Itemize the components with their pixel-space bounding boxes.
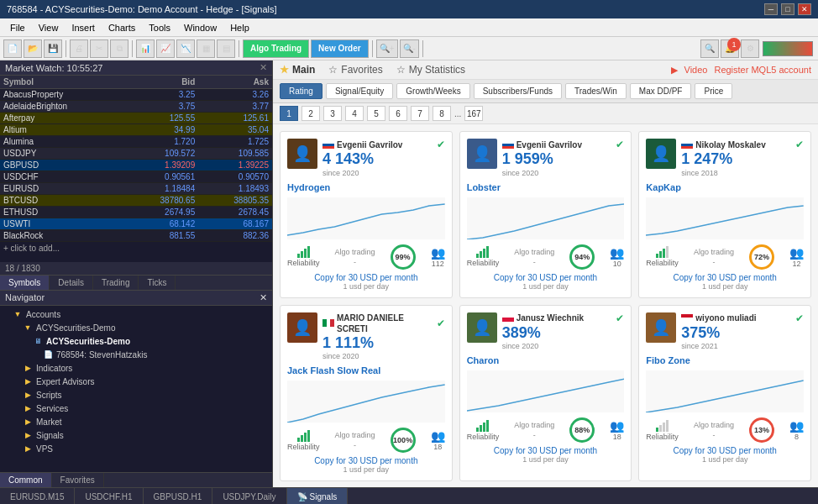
- toolbar-settings[interactable]: ⚙: [741, 39, 759, 58]
- tree-item[interactable]: ▶Signals: [2, 428, 270, 442]
- bottom-tab-eurusd[interactable]: EURUSD.M15: [0, 488, 75, 504]
- toolbar-zoom-in[interactable]: 🔍+: [376, 39, 398, 58]
- table-row[interactable]: USDCHF0.905610.90570: [0, 171, 272, 183]
- menu-file[interactable]: File: [3, 21, 32, 34]
- menu-charts[interactable]: Charts: [102, 21, 142, 34]
- navigator-close-icon[interactable]: ✕: [260, 292, 267, 303]
- table-row[interactable]: BlackRock881.55882.36: [0, 230, 272, 242]
- signals-tab-subscribers[interactable]: Subscribers/Funds: [474, 83, 562, 99]
- bottom-tab-signals[interactable]: 📡 Signals: [287, 488, 349, 504]
- toolbar-indicator[interactable]: 📊: [136, 39, 155, 58]
- bottom-tab-gbpusd[interactable]: GBPUSD.H1: [144, 488, 213, 504]
- tree-item[interactable]: ▼Accounts: [2, 307, 270, 321]
- market-watch-close-icon[interactable]: ✕: [260, 62, 267, 73]
- signals-tab-rating[interactable]: Rating: [280, 83, 322, 99]
- toolbar-search[interactable]: 🔍: [700, 39, 719, 58]
- copy-text[interactable]: Copy for 30 USD per month: [287, 273, 445, 282]
- toolbar-save[interactable]: 💾: [44, 39, 62, 58]
- table-row[interactable]: EURUSD1.184841.18493: [0, 183, 272, 195]
- page-5[interactable]: 5: [367, 106, 385, 121]
- tree-item[interactable]: ▶Services: [2, 402, 270, 415]
- table-row[interactable]: Afterpay125.55125.61: [0, 113, 272, 124]
- table-row[interactable]: USWTI68.14268.167: [0, 218, 272, 230]
- tree-item[interactable]: 📄768584: StevenHatzakis: [2, 348, 270, 361]
- menu-help[interactable]: Help: [223, 21, 256, 34]
- tab-ticks[interactable]: Ticks: [139, 276, 176, 290]
- signals-tab-price[interactable]: Price: [695, 83, 732, 99]
- nav-tab-favorites[interactable]: Favorites: [52, 473, 104, 487]
- card-title[interactable]: KapKap: [646, 182, 804, 192]
- card-title[interactable]: Charon: [467, 355, 625, 365]
- register-link[interactable]: Register MQL5 account: [714, 65, 811, 75]
- page-8[interactable]: 8: [433, 106, 451, 121]
- page-3[interactable]: 3: [323, 106, 342, 121]
- video-link[interactable]: Video: [684, 65, 708, 75]
- tree-item[interactable]: ▶Expert Advisors: [2, 375, 270, 388]
- nav-tab-common[interactable]: Common: [0, 473, 52, 487]
- card-title[interactable]: Fibo Zone: [646, 355, 804, 365]
- signals-nav-statistics[interactable]: ☆ My Statistics: [396, 64, 465, 76]
- toolbar-cut[interactable]: ✂: [90, 39, 108, 58]
- page-6[interactable]: 6: [389, 106, 407, 121]
- tree-item[interactable]: ▶Indicators: [2, 361, 270, 375]
- tree-item[interactable]: ▼ACYSecurities-Demo: [2, 321, 270, 334]
- copy-text[interactable]: Copy for 30 USD per month: [467, 446, 625, 455]
- table-row[interactable]: Alumina1.7201.725: [0, 136, 272, 148]
- menu-window[interactable]: Window: [177, 21, 223, 34]
- menu-insert[interactable]: Insert: [65, 21, 102, 34]
- algo-value: -: [354, 258, 356, 266]
- tree-item[interactable]: 🖥ACYSecurities-Demo: [2, 334, 270, 348]
- toolbar-new[interactable]: 📄: [3, 39, 22, 58]
- bottom-tab-usdchf[interactable]: USDCHF.H1: [75, 488, 143, 504]
- table-row[interactable]: USDJPY109.572109.585: [0, 148, 272, 160]
- menu-tools[interactable]: Tools: [142, 21, 177, 34]
- signals-tab-maxdd[interactable]: Max DD/PF: [630, 83, 692, 99]
- card-title[interactable]: Jack Flash Slow Real: [287, 365, 445, 375]
- table-row[interactable]: GBPUSD1.392091.39225: [0, 160, 272, 171]
- bottom-tab-usdjpy[interactable]: USDJPY.Daily: [212, 488, 286, 504]
- toolbar-chart1[interactable]: 📈: [156, 39, 175, 58]
- toolbar-zoom-out[interactable]: 🔍-: [400, 39, 419, 58]
- signals-tab-equity[interactable]: Signal/Equity: [326, 83, 393, 99]
- table-row[interactable]: AbacusProperty3.253.26: [0, 89, 272, 101]
- toolbar-print[interactable]: 🖨: [70, 39, 88, 58]
- card-title[interactable]: Lobster: [467, 182, 625, 192]
- signals-tab-growth[interactable]: Growth/Weeks: [396, 83, 469, 99]
- tab-details[interactable]: Details: [50, 276, 93, 290]
- table-row[interactable]: BTCUSD38780.6538805.35: [0, 195, 272, 207]
- tree-item[interactable]: ▶Scripts: [2, 388, 270, 402]
- maximize-button[interactable]: □: [781, 3, 794, 15]
- page-1[interactable]: 1: [280, 106, 298, 121]
- page-4[interactable]: 4: [345, 106, 364, 121]
- tab-trading[interactable]: Trading: [93, 276, 139, 290]
- signals-nav-favorites[interactable]: ☆ Favorites: [328, 64, 382, 76]
- page-2[interactable]: 2: [302, 106, 320, 121]
- table-row[interactable]: ETHUSD2674.952678.45: [0, 207, 272, 218]
- signals-tab-trades[interactable]: Trades/Win: [565, 83, 627, 99]
- signals-nav-main[interactable]: ★ Main: [280, 64, 315, 76]
- reliability-circle: 100%: [391, 428, 416, 453]
- menu-view[interactable]: View: [32, 21, 66, 34]
- page-167[interactable]: 167: [464, 106, 483, 121]
- copy-text[interactable]: Copy for 30 USD per month: [287, 456, 445, 465]
- table-row[interactable]: AdelaideBrighton3.753.77: [0, 101, 272, 113]
- minimize-button[interactable]: ─: [764, 3, 778, 15]
- close-button[interactable]: ✕: [798, 3, 811, 15]
- copy-text[interactable]: Copy for 30 USD per month: [646, 273, 804, 282]
- toolbar-copy[interactable]: ⧉: [110, 39, 128, 58]
- tab-symbols[interactable]: Symbols: [0, 276, 50, 290]
- card-title[interactable]: Hydrogen: [287, 182, 445, 192]
- page-7[interactable]: 7: [411, 106, 429, 121]
- toolbar-chart2[interactable]: 📉: [176, 39, 195, 58]
- copy-text[interactable]: Copy for 30 USD per month: [467, 273, 625, 282]
- toolbar-chart3[interactable]: ▦: [197, 39, 215, 58]
- tree-item[interactable]: ▶Market: [2, 415, 270, 428]
- algo-trading-button[interactable]: Algo Trading: [243, 39, 309, 58]
- toolbar-open[interactable]: 📂: [24, 39, 42, 58]
- copy-text[interactable]: Copy for 30 USD per month: [646, 446, 804, 455]
- table-row[interactable]: Altium34.9935.04: [0, 124, 272, 136]
- toolbar-chart4[interactable]: ▤: [217, 39, 235, 58]
- new-order-button[interactable]: New Order: [311, 39, 369, 58]
- tree-item[interactable]: ▶VPS: [2, 442, 270, 455]
- add-symbol-row[interactable]: + click to add...: [0, 242, 272, 255]
